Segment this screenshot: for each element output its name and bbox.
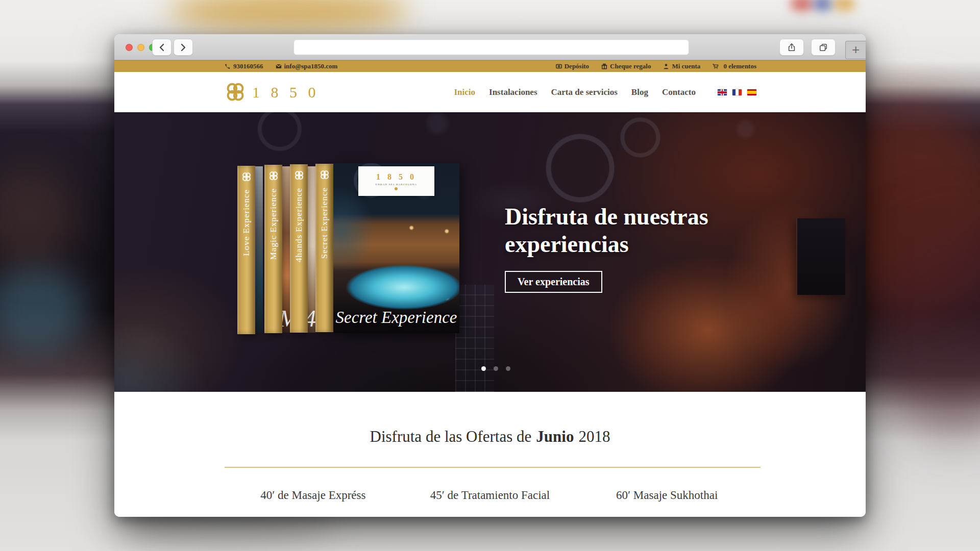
gift-voucher-label: Cheque regalo	[610, 62, 651, 70]
site-contact-bar: 930160566 info@spa1850.com Depósito Cheq…	[114, 60, 866, 72]
cover-header-band: 1 8 5 0 Urban Spa Barcelona	[358, 166, 434, 196]
box-edge-photo: 4	[308, 166, 315, 333]
deposit-icon	[556, 63, 562, 69]
dark-cabinet	[796, 218, 845, 295]
address-bar[interactable]	[293, 39, 689, 55]
email-link[interactable]: info@spa1850.com	[276, 62, 338, 70]
blurred-pool-blob	[0, 265, 87, 352]
forward-icon	[180, 43, 186, 52]
box-spine-4hands-experience: 4hands Experience	[290, 164, 308, 333]
offer-item: 40′ de Masaje Expréss	[225, 489, 402, 502]
minimize-window-button[interactable]	[137, 44, 144, 51]
box-spine-love-experience: Love Experience	[237, 166, 255, 334]
hero-slider: M 4 Love Experience Magic Experience 4ha…	[114, 112, 866, 392]
blurred-wood-blob	[0, 168, 77, 265]
hero-copy: Disfruta de nuestras experiencias	[505, 203, 708, 258]
carousel-dot-2[interactable]	[494, 366, 498, 371]
hero-title-line1: Disfruta de nuestras	[505, 203, 708, 231]
my-account-link[interactable]: Mi cuenta	[663, 62, 700, 70]
contact-info-group: 930160566 info@spa1850.com	[225, 62, 337, 70]
uk-flag-icon[interactable]	[718, 89, 727, 95]
experience-box-stack: M 4 Love Experience Magic Experience 4ha…	[237, 163, 459, 337]
browser-chrome: +	[114, 34, 866, 60]
glass-block-wall	[455, 285, 494, 392]
deposit-label: Depósito	[565, 62, 589, 70]
main-navigation: 1 8 5 0 Inicio Instalaciones Carta de se…	[114, 72, 866, 112]
nav-item-blog[interactable]: Blog	[631, 87, 648, 97]
phone-link[interactable]: 930160566	[225, 62, 263, 70]
france-flag-icon[interactable]	[732, 89, 742, 95]
logo-quatrefoil-icon	[225, 82, 246, 103]
share-button[interactable]	[779, 39, 804, 56]
browser-window: + 930160566 info@spa1850.com Depósito	[114, 34, 866, 517]
spine-label: Magic Experience	[268, 188, 279, 260]
blurred-flag-blob	[790, 0, 814, 11]
box-edge-photo	[255, 166, 263, 333]
browser-back-button[interactable]	[152, 39, 172, 56]
user-icon	[663, 63, 669, 69]
cart-link[interactable]: 0 elementos	[713, 62, 756, 70]
offers-heading-month: Junio	[536, 428, 574, 446]
new-tab-button[interactable]: +	[845, 41, 866, 59]
spine-label: 4hands Experience	[294, 188, 304, 262]
phone-number: 930160566	[233, 62, 263, 70]
carousel-dot-1[interactable]	[481, 366, 486, 371]
carousel-dot-3[interactable]	[506, 366, 510, 371]
box-spine-secret-experience: Secret Experience	[315, 164, 333, 332]
ver-experiencias-button[interactable]: Ver experiencias	[505, 271, 602, 293]
offers-section: Disfruta de las Ofertas de Junio 2018 40…	[114, 392, 866, 517]
box-front-cover: 1 8 5 0 Urban Spa Barcelona Secret Exper…	[333, 163, 459, 333]
tab-overview-button[interactable]	[811, 39, 836, 56]
quatrefoil-icon	[268, 171, 279, 181]
carousel-dots	[481, 366, 510, 371]
blurred-logo-blob	[168, 0, 408, 31]
hero-title-line2: experiencias	[505, 231, 708, 258]
cover-brand-subtext: Urban Spa Barcelona	[376, 183, 418, 186]
email-address: info@spa1850.com	[284, 62, 338, 70]
my-account-label: Mi cuenta	[672, 62, 700, 70]
gold-divider	[225, 467, 761, 468]
spain-flag-icon[interactable]	[747, 89, 756, 95]
phone-icon	[225, 63, 231, 69]
language-switcher	[718, 89, 756, 95]
box-edge-photo: M	[282, 166, 290, 333]
account-links-group: Depósito Cheque regalo Mi cuenta 0 eleme…	[556, 62, 756, 70]
offers-heading-year: 2018	[578, 428, 610, 446]
blurred-flag-blob	[813, 0, 833, 11]
offers-heading: Disfruta de las Ofertas de Junio 2018	[114, 428, 866, 446]
tabs-icon	[819, 43, 828, 52]
hidden-cover-letter: 4	[308, 307, 315, 331]
cover-caption: Secret Experience	[333, 308, 459, 327]
blurred-flag-blob	[833, 0, 855, 11]
offer-item: 45′ de Tratamiento Facial	[402, 489, 579, 502]
cart-count-label: 0 elementos	[723, 62, 756, 70]
gift-voucher-link[interactable]: Cheque regalo	[601, 62, 651, 70]
quatrefoil-icon	[294, 170, 304, 181]
close-window-button[interactable]	[126, 44, 133, 51]
traffic-lights	[126, 44, 156, 51]
browser-forward-button[interactable]	[174, 39, 193, 56]
nav-item-carta-de-servicios[interactable]: Carta de servicios	[551, 87, 618, 97]
spine-label: Love Experience	[241, 189, 252, 256]
offer-item: 60′ Masaje Sukhothai	[578, 489, 755, 502]
hero-title: Disfruta de nuestras experiencias	[505, 203, 708, 258]
spine-label: Secret Experience	[320, 187, 330, 259]
nav-item-instalaciones[interactable]: Instalaciones	[489, 87, 537, 97]
nav-item-contacto[interactable]: Contacto	[662, 87, 696, 97]
email-icon	[276, 63, 282, 69]
quatrefoil-icon	[241, 172, 252, 182]
back-icon	[159, 43, 165, 52]
quatrefoil-icon	[320, 170, 330, 180]
desktop: + 930160566 info@spa1850.com Depósito	[0, 0, 980, 551]
logo-text: 1 8 5 0	[252, 84, 320, 101]
nav-item-inicio[interactable]: Inicio	[454, 87, 475, 97]
nav-menu: Inicio Instalaciones Carta de servicios …	[454, 87, 756, 97]
deposit-link[interactable]: Depósito	[556, 62, 589, 70]
cover-gold-mark	[395, 187, 398, 190]
hidden-cover-letter: M	[282, 307, 290, 331]
gift-icon	[601, 63, 607, 69]
share-icon	[787, 43, 796, 52]
site-logo[interactable]: 1 8 5 0	[225, 82, 320, 103]
offers-heading-prefix: Disfruta de las Ofertas de	[370, 428, 532, 446]
cover-brand-text: 1 8 5 0	[376, 172, 416, 182]
